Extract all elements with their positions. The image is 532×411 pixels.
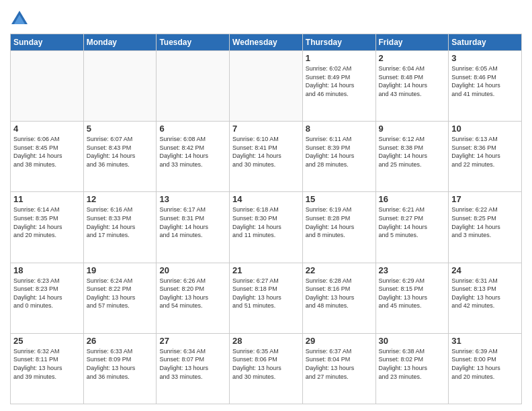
logo (10, 9, 32, 28)
day-number: 4 (13, 124, 81, 134)
calendar-cell: 9Sunrise: 6:12 AM Sunset: 8:38 PM Daylig… (375, 122, 449, 192)
day-number: 16 (379, 194, 446, 204)
day-number: 7 (232, 124, 300, 134)
day-number: 5 (87, 124, 154, 134)
calendar-cell: 7Sunrise: 6:10 AM Sunset: 8:41 PM Daylig… (230, 122, 303, 192)
calendar-cell (157, 51, 230, 122)
calendar-table: SundayMondayTuesdayWednesdayThursdayFrid… (10, 34, 522, 404)
calendar-cell: 17Sunrise: 6:22 AM Sunset: 8:25 PM Dayli… (449, 192, 522, 263)
day-number: 26 (87, 336, 154, 346)
day-info: Sunrise: 6:29 AM Sunset: 8:15 PM Dayligh… (379, 277, 446, 310)
calendar-cell: 12Sunrise: 6:16 AM Sunset: 8:33 PM Dayli… (83, 192, 157, 263)
weekday-header: Thursday (302, 34, 375, 51)
calendar-week-row: 18Sunrise: 6:23 AM Sunset: 8:23 PM Dayli… (11, 263, 522, 333)
calendar-cell: 24Sunrise: 6:31 AM Sunset: 8:13 PM Dayli… (449, 263, 522, 333)
day-number: 29 (306, 336, 373, 346)
weekday-header: Monday (83, 34, 157, 51)
day-info: Sunrise: 6:05 AM Sunset: 8:46 PM Dayligh… (451, 64, 519, 98)
calendar-cell: 18Sunrise: 6:23 AM Sunset: 8:23 PM Dayli… (11, 263, 84, 333)
day-number: 30 (379, 336, 446, 346)
day-number: 13 (159, 194, 226, 204)
calendar-cell: 16Sunrise: 6:21 AM Sunset: 8:27 PM Dayli… (375, 192, 449, 263)
day-info: Sunrise: 6:33 AM Sunset: 8:09 PM Dayligh… (87, 347, 154, 381)
day-info: Sunrise: 6:27 AM Sunset: 8:18 PM Dayligh… (232, 277, 300, 310)
day-info: Sunrise: 6:16 AM Sunset: 8:33 PM Dayligh… (87, 205, 154, 239)
day-info: Sunrise: 6:02 AM Sunset: 8:49 PM Dayligh… (306, 64, 373, 98)
calendar-week-row: 1Sunrise: 6:02 AM Sunset: 8:49 PM Daylig… (11, 51, 522, 122)
weekday-header: Saturday (449, 34, 522, 51)
day-info: Sunrise: 6:34 AM Sunset: 8:07 PM Dayligh… (159, 347, 226, 381)
day-info: Sunrise: 6:11 AM Sunset: 8:39 PM Dayligh… (306, 135, 373, 169)
day-info: Sunrise: 6:35 AM Sunset: 8:06 PM Dayligh… (232, 347, 300, 381)
calendar-cell: 3Sunrise: 6:05 AM Sunset: 8:46 PM Daylig… (449, 51, 522, 122)
day-info: Sunrise: 6:12 AM Sunset: 8:38 PM Dayligh… (379, 135, 446, 169)
day-number: 8 (306, 124, 373, 134)
day-number: 11 (13, 194, 81, 204)
day-number: 22 (306, 265, 373, 275)
calendar-cell (11, 51, 84, 122)
day-number: 25 (13, 336, 81, 346)
day-info: Sunrise: 6:22 AM Sunset: 8:25 PM Dayligh… (451, 205, 519, 239)
day-number: 10 (451, 124, 519, 134)
day-info: Sunrise: 6:38 AM Sunset: 8:02 PM Dayligh… (379, 347, 446, 381)
day-number: 14 (232, 194, 300, 204)
day-info: Sunrise: 6:10 AM Sunset: 8:41 PM Dayligh… (232, 135, 300, 169)
calendar-cell: 15Sunrise: 6:19 AM Sunset: 8:28 PM Dayli… (302, 192, 375, 263)
calendar-cell: 6Sunrise: 6:08 AM Sunset: 8:42 PM Daylig… (157, 122, 230, 192)
calendar-cell: 11Sunrise: 6:14 AM Sunset: 8:35 PM Dayli… (11, 192, 84, 263)
calendar-cell: 13Sunrise: 6:17 AM Sunset: 8:31 PM Dayli… (157, 192, 230, 263)
day-info: Sunrise: 6:26 AM Sunset: 8:20 PM Dayligh… (159, 277, 226, 310)
day-number: 21 (232, 265, 300, 275)
day-number: 24 (451, 265, 519, 275)
day-number: 2 (379, 53, 446, 63)
day-number: 3 (451, 53, 519, 63)
day-number: 17 (451, 194, 519, 204)
day-number: 18 (13, 265, 81, 275)
calendar-cell: 5Sunrise: 6:07 AM Sunset: 8:43 PM Daylig… (83, 122, 157, 192)
day-number: 31 (451, 336, 519, 346)
weekday-header: Wednesday (230, 34, 303, 51)
calendar-cell: 29Sunrise: 6:37 AM Sunset: 8:04 PM Dayli… (302, 333, 375, 404)
calendar-cell: 8Sunrise: 6:11 AM Sunset: 8:39 PM Daylig… (302, 122, 375, 192)
header (10, 7, 522, 28)
day-info: Sunrise: 6:37 AM Sunset: 8:04 PM Dayligh… (306, 347, 373, 381)
calendar-cell: 28Sunrise: 6:35 AM Sunset: 8:06 PM Dayli… (230, 333, 303, 404)
calendar-week-row: 25Sunrise: 6:32 AM Sunset: 8:11 PM Dayli… (11, 333, 522, 404)
calendar-cell: 30Sunrise: 6:38 AM Sunset: 8:02 PM Dayli… (375, 333, 449, 404)
day-info: Sunrise: 6:07 AM Sunset: 8:43 PM Dayligh… (87, 135, 154, 169)
day-number: 27 (159, 336, 226, 346)
calendar-page: SundayMondayTuesdayWednesdayThursdayFrid… (0, 0, 532, 411)
day-info: Sunrise: 6:17 AM Sunset: 8:31 PM Dayligh… (159, 205, 226, 239)
day-info: Sunrise: 6:32 AM Sunset: 8:11 PM Dayligh… (13, 347, 81, 381)
calendar-cell: 20Sunrise: 6:26 AM Sunset: 8:20 PM Dayli… (157, 263, 230, 333)
calendar-cell: 10Sunrise: 6:13 AM Sunset: 8:36 PM Dayli… (449, 122, 522, 192)
logo-icon (10, 9, 29, 28)
day-info: Sunrise: 6:14 AM Sunset: 8:35 PM Dayligh… (13, 205, 81, 239)
day-info: Sunrise: 6:04 AM Sunset: 8:48 PM Dayligh… (379, 64, 446, 98)
calendar-cell (83, 51, 157, 122)
day-info: Sunrise: 6:19 AM Sunset: 8:28 PM Dayligh… (306, 205, 373, 239)
day-number: 15 (306, 194, 373, 204)
day-number: 12 (87, 194, 154, 204)
calendar-cell: 27Sunrise: 6:34 AM Sunset: 8:07 PM Dayli… (157, 333, 230, 404)
calendar-cell: 1Sunrise: 6:02 AM Sunset: 8:49 PM Daylig… (302, 51, 375, 122)
day-number: 19 (87, 265, 154, 275)
day-number: 1 (306, 53, 373, 63)
day-number: 20 (159, 265, 226, 275)
calendar-cell: 22Sunrise: 6:28 AM Sunset: 8:16 PM Dayli… (302, 263, 375, 333)
day-info: Sunrise: 6:39 AM Sunset: 8:00 PM Dayligh… (451, 347, 519, 381)
weekday-header-row: SundayMondayTuesdayWednesdayThursdayFrid… (11, 34, 522, 51)
calendar-cell: 25Sunrise: 6:32 AM Sunset: 8:11 PM Dayli… (11, 333, 84, 404)
day-info: Sunrise: 6:18 AM Sunset: 8:30 PM Dayligh… (232, 205, 300, 239)
calendar-cell: 14Sunrise: 6:18 AM Sunset: 8:30 PM Dayli… (230, 192, 303, 263)
calendar-cell: 23Sunrise: 6:29 AM Sunset: 8:15 PM Dayli… (375, 263, 449, 333)
calendar-cell: 2Sunrise: 6:04 AM Sunset: 8:48 PM Daylig… (375, 51, 449, 122)
day-info: Sunrise: 6:21 AM Sunset: 8:27 PM Dayligh… (379, 205, 446, 239)
calendar-week-row: 4Sunrise: 6:06 AM Sunset: 8:45 PM Daylig… (11, 122, 522, 192)
day-info: Sunrise: 6:31 AM Sunset: 8:13 PM Dayligh… (451, 277, 519, 310)
day-number: 23 (379, 265, 446, 275)
day-number: 9 (379, 124, 446, 134)
day-number: 28 (232, 336, 300, 346)
day-info: Sunrise: 6:28 AM Sunset: 8:16 PM Dayligh… (306, 277, 373, 310)
day-number: 6 (159, 124, 226, 134)
